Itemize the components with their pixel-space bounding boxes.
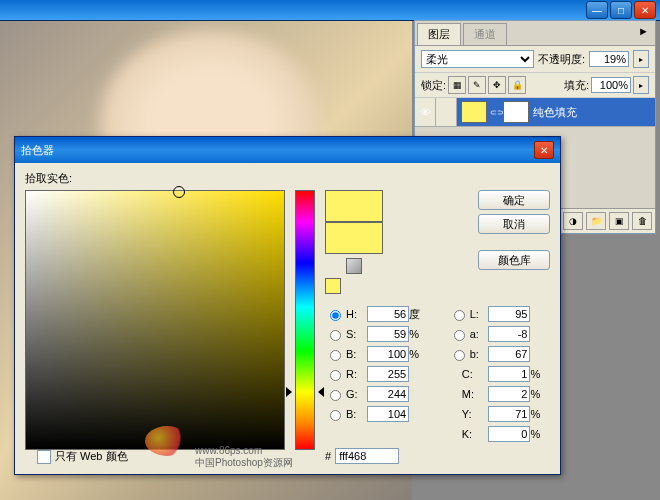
dialog-titlebar[interactable]: 拾色器 ✕ (15, 137, 560, 163)
hex-label: # (325, 450, 331, 462)
r-radio[interactable]: R: (325, 367, 363, 381)
k-label: K: (449, 428, 485, 440)
tab-layers[interactable]: 图层 (417, 23, 461, 45)
window-titlebar: — □ ✕ (0, 0, 660, 21)
s-input[interactable] (367, 326, 409, 342)
layer-thumbnail[interactable] (461, 101, 487, 123)
lock-label: 锁定: (421, 78, 446, 93)
fill-input[interactable] (591, 77, 631, 93)
fill-flyout-button[interactable]: ▸ (633, 76, 649, 94)
lock-row: 锁定: ▦ ✎ ✥ 🔒 填充: ▸ (415, 73, 655, 98)
h-input[interactable] (367, 306, 409, 322)
color-picker-dialog: 拾色器 ✕ 拾取实色: 确定 (14, 136, 561, 475)
k-input[interactable] (488, 426, 530, 442)
m-input[interactable] (488, 386, 530, 402)
opacity-label: 不透明度: (538, 52, 585, 67)
y-input[interactable] (488, 406, 530, 422)
link-mask-icon[interactable]: ⊂⊃ (491, 102, 503, 122)
bv-input[interactable] (367, 346, 409, 362)
r-input[interactable] (367, 366, 409, 382)
blend-row: 柔光 不透明度: ▸ (415, 46, 655, 73)
saturation-field[interactable] (25, 190, 285, 450)
tab-channels[interactable]: 通道 (463, 23, 507, 45)
l-radio[interactable]: L: (449, 307, 485, 321)
lock-transparent-icon[interactable]: ▦ (448, 76, 466, 94)
l-input[interactable] (488, 306, 530, 322)
opacity-flyout-button[interactable]: ▸ (633, 50, 649, 68)
layer-mask-thumbnail[interactable] (503, 101, 529, 123)
web-only-label: 只有 Web 颜色 (55, 449, 128, 464)
m-label: M: (449, 388, 485, 400)
dialog-title: 拾色器 (21, 143, 54, 158)
lab-b-radio[interactable]: b: (449, 347, 485, 361)
hex-input[interactable] (335, 448, 399, 464)
y-label: Y: (449, 408, 485, 420)
color-library-button[interactable]: 颜色库 (478, 250, 550, 270)
panel-menu-button[interactable]: ► (632, 21, 655, 45)
color-fields: H:度 L: S:% a: B:% b: R: C:% G: M:% B: Y:… (325, 306, 550, 442)
hue-slider[interactable] (295, 190, 315, 450)
lock-position-icon[interactable]: ✥ (488, 76, 506, 94)
gamut-warning-icon[interactable] (346, 258, 362, 274)
websafe-swatch[interactable] (325, 278, 341, 294)
minimize-button[interactable]: — (586, 1, 608, 19)
delete-layer-button[interactable]: 🗑 (632, 212, 652, 230)
folder-button[interactable]: 📁 (586, 212, 606, 230)
dialog-body: 拾取实色: 确定 取消 (15, 163, 560, 474)
s-radio[interactable]: S: (325, 327, 363, 341)
current-color-swatch[interactable] (325, 222, 383, 254)
layer-edit-col (436, 98, 457, 126)
g-radio[interactable]: G: (325, 387, 363, 401)
layer-name: 纯色填充 (533, 105, 577, 120)
new-layer-button[interactable]: ▣ (609, 212, 629, 230)
bv-radio[interactable]: B: (325, 347, 363, 361)
maximize-button[interactable]: □ (610, 1, 632, 19)
a-radio[interactable]: a: (449, 327, 485, 341)
web-only-row[interactable]: 只有 Web 颜色 (37, 449, 128, 464)
b-radio[interactable]: B: (325, 407, 363, 421)
visibility-toggle-icon[interactable]: 👁 (415, 98, 436, 126)
ok-button[interactable]: 确定 (478, 190, 550, 210)
lock-pixels-icon[interactable]: ✎ (468, 76, 486, 94)
cancel-button[interactable]: 取消 (478, 214, 550, 234)
layer-item[interactable]: 👁 ⊂⊃ 纯色填充 (415, 98, 655, 127)
panel-tabs: 图层 通道 ► (415, 21, 655, 46)
b-input[interactable] (367, 406, 409, 422)
web-only-checkbox[interactable] (37, 450, 51, 464)
opacity-input[interactable] (589, 51, 629, 67)
fill-label: 填充: (564, 78, 589, 93)
color-cursor[interactable] (173, 186, 185, 198)
adjustment-button[interactable]: ◑ (563, 212, 583, 230)
g-input[interactable] (367, 386, 409, 402)
window-close-button[interactable]: ✕ (634, 1, 656, 19)
lock-all-icon[interactable]: 🔒 (508, 76, 526, 94)
h-radio[interactable]: H: (325, 307, 363, 321)
lab-b-input[interactable] (488, 346, 530, 362)
c-label: C: (449, 368, 485, 380)
pick-solid-label: 拾取实色: (25, 171, 550, 186)
c-input[interactable] (488, 366, 530, 382)
watermark-text: www.86ps.com中国Photoshop资源网 (195, 445, 293, 470)
blend-mode-select[interactable]: 柔光 (421, 50, 534, 68)
new-color-swatch[interactable] (325, 190, 383, 222)
dialog-close-button[interactable]: ✕ (534, 141, 554, 159)
a-input[interactable] (488, 326, 530, 342)
